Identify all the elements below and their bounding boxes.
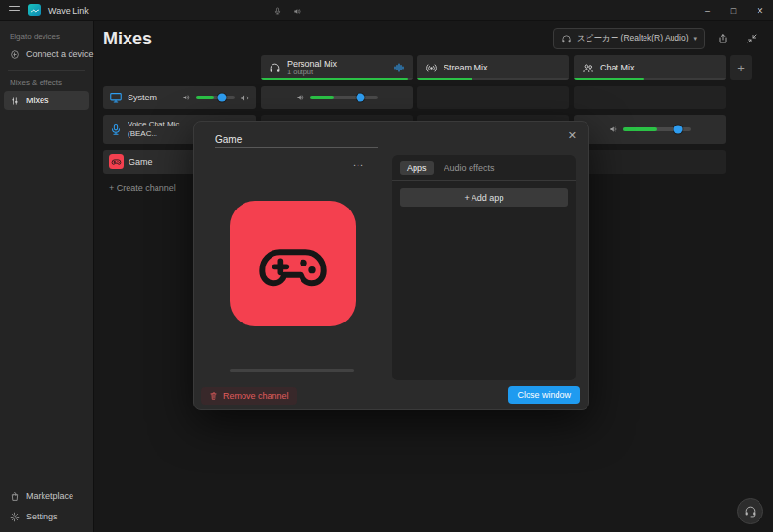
monitor-output-icon[interactable] <box>240 93 250 103</box>
sidebar-divider <box>8 70 85 71</box>
trash-icon <box>209 391 218 401</box>
mix-level-meter <box>261 78 413 80</box>
game-chat-mix-cell[interactable] <box>574 150 726 174</box>
channel-icon-picker[interactable] <box>230 201 356 326</box>
headphones-icon <box>269 62 281 74</box>
output-device-select[interactable]: スピーカー (Realtek(R) Audio) ▾ <box>553 28 705 49</box>
chevron-down-icon: ▾ <box>693 35 697 42</box>
wave-activity-icon[interactable] <box>393 62 405 73</box>
mixes-section-label: Mixes & effects <box>10 78 93 87</box>
add-app-button[interactable]: + Add app <box>400 188 568 207</box>
channel-settings-dialog: ✕ ... Apps Audio effects + Add app Remov… <box>193 121 589 410</box>
faders-icon <box>10 96 20 106</box>
tab-audio-effects[interactable]: Audio effects <box>438 161 501 175</box>
mix-name: Chat Mix <box>600 63 635 72</box>
mix-header-row: Personal Mix 1 output Stream Mix Chat Mi <box>103 55 763 80</box>
mix-name: Stream Mix <box>444 63 488 72</box>
connect-device-label: Connect a device <box>26 49 94 59</box>
system-volume-slider[interactable] <box>196 96 235 99</box>
mix-output-count: 1 output <box>287 69 337 77</box>
app-title: Wave Link <box>48 6 89 15</box>
marketplace-label: Marketplace <box>26 491 73 501</box>
menu-icon[interactable] <box>9 6 20 14</box>
monitor-icon <box>109 91 123 104</box>
headset-icon <box>744 505 757 518</box>
mixes-label: Mixes <box>26 96 49 105</box>
channel-row-system: System <box>103 86 763 109</box>
voice-chat-chat-volume-slider[interactable] <box>623 127 691 131</box>
system-stream-mix-cell[interactable] <box>417 86 569 109</box>
close-window-button[interactable]: ✕ <box>747 0 773 21</box>
maximize-button[interactable]: □ <box>721 0 747 21</box>
channel-name: Game <box>129 157 153 167</box>
sidebar-item-connect-device[interactable]: Connect a device <box>4 44 89 64</box>
game-channel-icon <box>109 154 124 169</box>
mic-status-icon <box>273 7 282 15</box>
app-logo-icon <box>28 4 41 16</box>
tab-apps[interactable]: Apps <box>400 161 434 175</box>
create-channel-button[interactable]: + Create channel <box>109 183 176 193</box>
broadcast-icon <box>425 62 438 74</box>
mix-card-personal-mix[interactable]: Personal Mix 1 output <box>261 55 413 80</box>
connect-device-icon <box>10 49 20 60</box>
channel-name-input[interactable] <box>215 132 378 148</box>
headphones-icon <box>561 34 572 44</box>
share-button[interactable] <box>711 28 734 49</box>
microphone-icon <box>109 123 123 136</box>
close-window-button[interactable]: Close window <box>508 386 580 404</box>
system-personal-volume-slider[interactable] <box>310 96 378 99</box>
system-personal-mix-cell[interactable] <box>261 86 413 109</box>
add-mix-button[interactable]: + <box>730 55 752 80</box>
channel-name: Voice Chat Mic (BEAC... <box>128 120 180 138</box>
compact-view-button[interactable] <box>740 28 763 49</box>
sidebar: Elgato devices Connect a device Mixes & … <box>0 21 94 532</box>
volume-icon[interactable] <box>182 93 191 102</box>
support-headset-button[interactable] <box>737 498 763 524</box>
system-chat-mix-cell[interactable] <box>574 86 726 109</box>
sidebar-item-settings[interactable]: Settings <box>4 507 89 526</box>
label-column-spacer <box>103 55 256 80</box>
channel-system-label-cell[interactable]: System <box>103 86 256 109</box>
devices-section-label: Elgato devices <box>10 32 93 41</box>
remove-channel-label: Remove channel <box>223 391 289 401</box>
sidebar-item-marketplace[interactable]: Marketplace <box>4 487 89 506</box>
channel-volume-slider[interactable] <box>230 369 354 372</box>
volume-icon[interactable] <box>609 125 618 134</box>
channel-name: System <box>128 93 157 102</box>
mix-level-meter <box>574 78 726 80</box>
apps-panel-tabs: Apps Audio effects <box>392 155 576 181</box>
more-options-button[interactable]: ... <box>353 156 364 168</box>
titlebar-status-icons <box>273 0 301 21</box>
voice-chat-chat-mix-cell[interactable] <box>574 115 726 144</box>
mix-level-meter <box>417 78 569 80</box>
settings-label: Settings <box>26 512 58 521</box>
sidebar-item-mixes[interactable]: Mixes <box>4 91 89 110</box>
apps-panel: Apps Audio effects + Add app <box>392 155 576 380</box>
wave-link-window: Wave Link – □ ✕ Elgato devices Connect a… <box>0 0 773 532</box>
people-icon <box>582 62 594 74</box>
settings-icon <box>10 512 20 522</box>
volume-icon[interactable] <box>296 93 305 102</box>
speaker-status-icon <box>293 7 301 15</box>
close-icon[interactable]: ✕ <box>568 129 577 142</box>
mix-card-stream-mix[interactable]: Stream Mix <box>417 55 569 80</box>
mix-card-chat-mix[interactable]: Chat Mix <box>574 55 726 80</box>
gamepad-icon <box>254 225 331 302</box>
remove-channel-button[interactable]: Remove channel <box>201 387 297 405</box>
minimize-button[interactable]: – <box>695 0 721 21</box>
output-device-value: スピーカー (Realtek(R) Audio) <box>577 33 688 44</box>
marketplace-icon <box>10 491 20 502</box>
titlebar: Wave Link – □ ✕ <box>0 0 773 21</box>
page-title: Mixes <box>103 29 152 49</box>
